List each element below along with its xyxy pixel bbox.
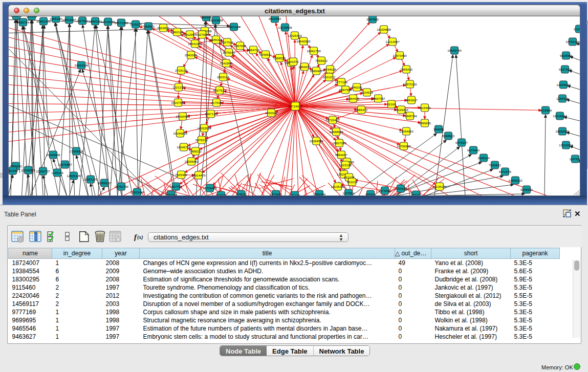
svg-text:10719155: 10719155 [101,20,115,24]
svg-text:904112: 904112 [365,192,376,196]
svg-text:746206: 746206 [352,85,362,89]
svg-text:12505135: 12505135 [67,174,81,178]
svg-text:1244415: 1244415 [556,97,569,100]
svg-text:7625402: 7625402 [175,173,188,177]
svg-text:62160: 62160 [387,102,396,106]
svg-text:2803144: 2803144 [217,75,230,79]
svg-text:3124534: 3124534 [361,91,374,94]
svg-text:8471676: 8471676 [499,170,512,173]
svg-text:1221331: 1221331 [172,85,185,89]
svg-text:10671355: 10671355 [114,21,128,25]
svg-text:205572: 205572 [11,16,22,17]
svg-text:7663822: 7663822 [157,26,170,30]
svg-text:10975887: 10975887 [58,163,72,166]
svg-text:8186328: 8186328 [210,38,223,41]
svg-text:164095: 164095 [433,127,444,131]
svg-text:17359928: 17359928 [69,149,83,153]
svg-text:10807457: 10807457 [371,97,385,100]
svg-text:8938923: 8938923 [442,134,455,138]
svg-text:120373: 120373 [288,60,299,63]
svg-text:771236: 771236 [290,193,300,196]
svg-text:12156829: 12156829 [21,168,35,172]
svg-text:1330021: 1330021 [265,111,278,115]
svg-text:14136141: 14136141 [432,185,447,188]
svg-text:9242848: 9242848 [220,61,233,65]
svg-text:9327505: 9327505 [196,33,209,36]
svg-text:1673345: 1673345 [270,192,282,196]
svg-text:2718176: 2718176 [175,69,188,72]
svg-text:5878312: 5878312 [195,138,208,142]
svg-text:20053346: 20053346 [74,63,89,67]
svg-text:2942006: 2942006 [185,53,198,57]
svg-text:9327546: 9327546 [221,40,234,44]
svg-text:1173342: 1173342 [379,189,391,192]
svg-text:1292344: 1292344 [165,193,178,196]
svg-text:14495794: 14495794 [403,114,417,118]
svg-text:9227342: 9227342 [559,68,572,71]
svg-text:7955812: 7955812 [315,59,328,62]
svg-text:9474444: 9474444 [467,148,480,152]
svg-text:1527602: 1527602 [76,19,89,23]
svg-text:19166825: 19166825 [173,132,187,135]
svg-text:15720407: 15720407 [325,118,340,122]
svg-text:391541: 391541 [9,169,18,172]
svg-text:10958137: 10958137 [97,181,112,185]
svg-text:18807249: 18807249 [332,141,346,145]
svg-text:2087682: 2087682 [366,17,379,21]
svg-text:16648784: 16648784 [447,49,462,52]
svg-text:1112456: 1112456 [573,27,580,31]
svg-text:16543362: 16543362 [188,42,202,46]
svg-text:1065328: 1065328 [50,17,62,20]
svg-text:9115400: 9115400 [419,106,431,110]
svg-text:10688609: 10688609 [329,130,343,134]
svg-text:817006: 817006 [211,101,222,104]
svg-text:9245652: 9245652 [520,188,533,191]
svg-text:208914: 208914 [27,16,37,18]
svg-text:16033809: 16033809 [209,18,223,22]
svg-text:6966160: 6966160 [89,19,102,23]
svg-text:7632621: 7632621 [489,163,502,167]
svg-text:16640920: 16640920 [296,39,311,43]
svg-text:2364436: 2364436 [347,97,360,100]
svg-text:15751074: 15751074 [565,40,580,43]
svg-text:19384554: 19384554 [309,139,323,143]
svg-text:15716485: 15716485 [203,186,217,190]
svg-text:2367608: 2367608 [234,44,247,48]
svg-text:662311: 662311 [411,193,422,196]
svg-text:15099483: 15099483 [184,160,199,163]
svg-text:13654923: 13654923 [399,129,413,133]
svg-text:3215958: 3215958 [539,108,552,112]
svg-text:19756928: 19756928 [397,144,411,148]
svg-text:16107553: 16107553 [171,101,185,104]
svg-text:12923448: 12923448 [130,190,144,194]
svg-text:12093822: 12093822 [556,83,571,86]
svg-text:10025433: 10025433 [394,108,408,112]
svg-text:(x): (x) [137,234,143,240]
svg-text:9463627: 9463627 [405,98,418,102]
svg-text:9329966: 9329966 [560,54,573,57]
svg-text:3875645: 3875645 [223,51,235,54]
svg-text:14353594: 14353594 [197,126,211,130]
svg-text:1615132: 1615132 [339,163,352,167]
svg-text:1621072: 1621072 [323,75,336,79]
svg-text:1733426: 1733426 [395,187,407,190]
svg-text:17957275: 17957275 [83,178,98,181]
svg-text:1498222: 1498222 [189,149,202,153]
svg-text:3267130: 3267130 [205,112,217,116]
svg-text:7357224: 7357224 [228,25,241,29]
svg-text:7515526: 7515526 [129,23,142,26]
svg-text:10654122: 10654122 [508,179,522,182]
svg-text:17016504: 17016504 [559,143,573,147]
svg-text:1145134: 1145134 [51,171,63,174]
svg-text:1588520: 1588520 [273,56,286,60]
svg-text:8990443: 8990443 [310,69,323,73]
svg-text:16914479: 16914479 [191,173,206,177]
svg-text:9457791: 9457791 [170,185,183,188]
svg-text:104523: 104523 [216,193,227,196]
svg-text:874512: 874512 [236,192,247,196]
svg-text:10653287: 10653287 [62,18,76,21]
svg-text:16782759: 16782759 [114,185,128,188]
svg-text:9146821: 9146821 [259,53,272,56]
svg-text:12213967: 12213967 [385,40,400,43]
svg-text:8912954: 8912954 [184,33,197,36]
